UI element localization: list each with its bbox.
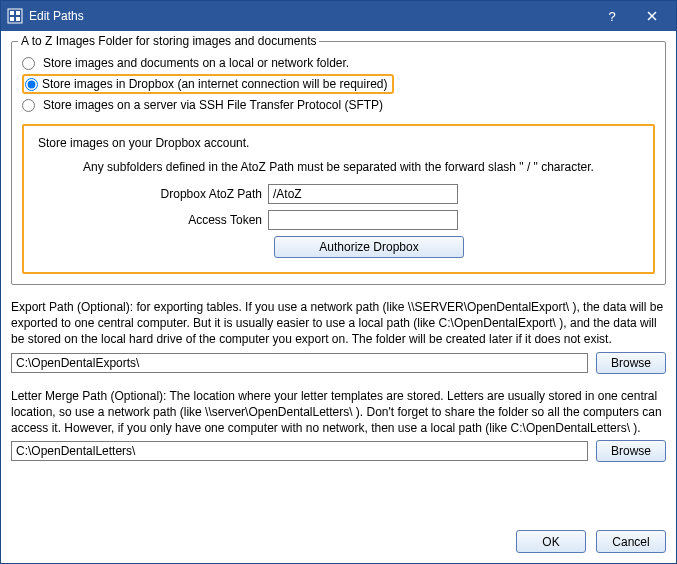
radio-local-input[interactable] xyxy=(22,57,35,70)
window-title: Edit Paths xyxy=(29,9,84,23)
edit-paths-window: Edit Paths ? A to Z Images Folder for st… xyxy=(0,0,677,564)
titlebar: Edit Paths ? xyxy=(1,1,676,31)
dropbox-note: Any subfolders defined in the AtoZ Path … xyxy=(38,160,639,174)
radio-sftp-input[interactable] xyxy=(22,99,35,112)
export-path-text: Export Path (Optional): for exporting ta… xyxy=(11,299,666,348)
export-path-input[interactable] xyxy=(11,353,588,373)
radio-dropbox-input[interactable] xyxy=(25,78,38,91)
radio-local-label: Store images and documents on a local or… xyxy=(43,56,349,70)
svg-rect-3 xyxy=(10,17,14,21)
radio-sftp-label: Store images on a server via SSH File Tr… xyxy=(43,98,383,112)
letter-browse-button[interactable]: Browse xyxy=(596,440,666,462)
svg-rect-4 xyxy=(16,17,20,21)
close-button[interactable] xyxy=(632,2,672,30)
radio-dropbox[interactable]: Store images in Dropbox (an internet con… xyxy=(22,74,394,94)
dialog-footer: OK Cancel xyxy=(11,518,666,553)
dropbox-path-label: Dropbox AtoZ Path xyxy=(38,187,268,201)
dropbox-panel: Store images on your Dropbox account. An… xyxy=(22,124,655,274)
dropbox-path-input[interactable] xyxy=(268,184,458,204)
client-area: A to Z Images Folder for storing images … xyxy=(1,31,676,563)
ok-button[interactable]: OK xyxy=(516,530,586,553)
radio-local[interactable]: Store images and documents on a local or… xyxy=(22,54,655,72)
groupbox-title: A to Z Images Folder for storing images … xyxy=(18,34,319,48)
letter-path-text: Letter Merge Path (Optional): The locati… xyxy=(11,388,666,437)
svg-rect-2 xyxy=(16,11,20,15)
svg-rect-1 xyxy=(10,11,14,15)
radio-dropbox-label: Store images in Dropbox (an internet con… xyxy=(42,77,388,91)
atoz-groupbox: A to Z Images Folder for storing images … xyxy=(11,41,666,285)
access-token-label: Access Token xyxy=(38,213,268,227)
cancel-button[interactable]: Cancel xyxy=(596,530,666,553)
access-token-input[interactable] xyxy=(268,210,458,230)
letter-path-input[interactable] xyxy=(11,441,588,461)
export-browse-button[interactable]: Browse xyxy=(596,352,666,374)
radio-sftp[interactable]: Store images on a server via SSH File Tr… xyxy=(22,96,655,114)
dropbox-desc: Store images on your Dropbox account. xyxy=(38,136,639,150)
authorize-dropbox-button[interactable]: Authorize Dropbox xyxy=(274,236,464,258)
app-icon xyxy=(7,8,23,24)
help-button[interactable]: ? xyxy=(592,2,632,30)
